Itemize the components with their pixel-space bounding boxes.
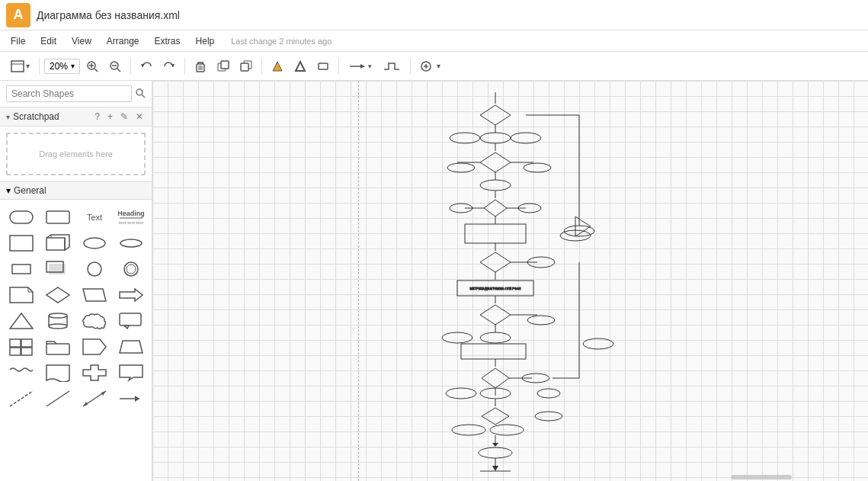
svg-point-110 xyxy=(480,332,511,343)
svg-marker-73 xyxy=(101,391,106,396)
scratchpad-drop-area[interactable]: Drag elements here xyxy=(6,133,146,175)
insert-button[interactable]: ▾ xyxy=(415,57,445,75)
svg-rect-63 xyxy=(21,348,32,355)
shape-note[interactable] xyxy=(6,284,37,306)
shape-cross[interactable] xyxy=(79,361,110,384)
scratchpad-help-button[interactable]: ? xyxy=(92,111,102,123)
svg-marker-91 xyxy=(484,200,507,216)
redo-icon xyxy=(163,60,175,72)
shape-style-button[interactable] xyxy=(312,57,334,75)
arrow-style-icon xyxy=(348,60,367,72)
svg-point-128 xyxy=(479,447,512,458)
shape-rounded-rect[interactable] xyxy=(6,206,37,229)
svg-line-31 xyxy=(142,95,145,98)
svg-rect-62 xyxy=(10,348,21,355)
shape-wide-ellipse[interactable] xyxy=(79,232,110,255)
search-input[interactable] xyxy=(6,85,132,102)
svg-rect-0 xyxy=(11,61,24,72)
menu-arrange[interactable]: Arrange xyxy=(99,33,147,50)
fill-color-button[interactable] xyxy=(267,57,288,75)
shape-line-bidirectional[interactable] xyxy=(79,387,110,410)
svg-point-124 xyxy=(490,425,524,435)
svg-rect-64 xyxy=(46,344,69,354)
shape-line-arrow[interactable] xyxy=(116,387,146,410)
shape-trapezoid[interactable] xyxy=(116,335,146,358)
copy-front-button[interactable] xyxy=(213,57,234,75)
undo-button[interactable] xyxy=(136,57,157,75)
svg-marker-122 xyxy=(482,408,509,425)
shape-wave[interactable] xyxy=(6,361,37,384)
shape-diamond[interactable] xyxy=(43,284,73,306)
stroke-color-button[interactable] xyxy=(290,57,311,75)
separator-2 xyxy=(130,58,131,75)
shape-matrix[interactable] xyxy=(6,335,37,358)
chevron-down-icon: ▾ xyxy=(26,62,30,70)
svg-marker-66 xyxy=(120,341,143,353)
shape-callout2[interactable] xyxy=(116,361,146,384)
redo-button[interactable] xyxy=(159,57,180,75)
scratchpad-label: Scratchpad xyxy=(13,111,89,122)
delete-button[interactable] xyxy=(190,57,211,75)
shape-folder[interactable] xyxy=(43,335,73,358)
svg-marker-26 xyxy=(360,64,365,69)
waypoint-style-button[interactable] xyxy=(378,57,405,75)
fill-color-icon xyxy=(271,60,283,72)
svg-marker-77 xyxy=(480,105,511,125)
svg-point-87 xyxy=(447,163,475,172)
zoom-in-button[interactable] xyxy=(82,57,103,75)
canvas[interactable]: МЕТРИКА/ДИАГРАММА ОПЕ РФАН xyxy=(152,81,868,481)
shape-bordered-rect[interactable] xyxy=(6,232,37,255)
general-collapse-icon[interactable]: ▾ xyxy=(6,185,11,196)
scratchpad-edit-button[interactable]: ✎ xyxy=(118,111,130,123)
svg-point-120 xyxy=(537,389,560,398)
shapes-grid: Text Heading text text text xyxy=(0,200,152,416)
insert-chevron-icon: ▾ xyxy=(437,62,440,70)
menu-bar: File Edit View Arrange Extras Help Last … xyxy=(0,30,868,52)
menu-edit[interactable]: Edit xyxy=(33,33,64,50)
svg-marker-53 xyxy=(10,313,33,329)
shape-heading[interactable]: Heading text text text xyxy=(116,206,146,229)
menu-view[interactable]: View xyxy=(64,33,99,50)
menu-file[interactable]: File xyxy=(3,33,33,50)
shape-cylinder[interactable] xyxy=(43,309,73,332)
main-area: ▾ Scratchpad ? + ✎ ✕ Drag elements here … xyxy=(0,81,868,481)
scratchpad-collapse-icon[interactable]: ▾ xyxy=(6,113,10,121)
page-view-button[interactable]: ▾ xyxy=(6,57,34,75)
scratchpad-close-button[interactable]: ✕ xyxy=(133,111,146,123)
svg-point-89 xyxy=(524,163,551,172)
shape-line-dashed[interactable] xyxy=(6,387,37,410)
shape-triangle[interactable] xyxy=(6,309,37,332)
shape-arrow-outline[interactable] xyxy=(116,284,146,306)
svg-rect-97 xyxy=(465,224,526,243)
shape-callout[interactable] xyxy=(116,309,146,332)
shape-parallelogram[interactable] xyxy=(79,284,110,306)
shapes-section: ▾ General Text Hea xyxy=(0,181,152,481)
copy-back-button[interactable] xyxy=(235,57,257,75)
svg-rect-61 xyxy=(21,339,32,347)
shape-filled-circle[interactable] xyxy=(79,258,110,281)
shape-small-rect[interactable] xyxy=(6,258,37,281)
arrow-style-button[interactable]: ▾ xyxy=(344,57,376,75)
zoom-level-label: 20% xyxy=(50,61,68,72)
zoom-out-button[interactable] xyxy=(104,57,126,75)
shape-line-45[interactable] xyxy=(43,387,73,410)
zoom-control[interactable]: 20% ▾ xyxy=(44,59,80,74)
shape-3d-rect[interactable] xyxy=(43,232,73,255)
menu-help[interactable]: Help xyxy=(188,33,223,50)
search-icon[interactable] xyxy=(135,88,146,101)
toolbar: ▾ 20% ▾ xyxy=(0,52,868,81)
shape-outline-circle[interactable] xyxy=(116,258,146,281)
scrollbar-hint[interactable] xyxy=(731,475,792,479)
shape-shadow-rect[interactable] xyxy=(43,258,73,281)
svg-point-54 xyxy=(49,313,67,318)
scratchpad-add-button[interactable]: + xyxy=(105,111,115,123)
shape-pentagon-arrow[interactable] xyxy=(79,335,110,358)
menu-extras[interactable]: Extras xyxy=(147,33,188,50)
shape-document[interactable] xyxy=(43,361,73,384)
svg-marker-75 xyxy=(135,396,139,402)
shape-text[interactable]: Text xyxy=(79,206,110,229)
shape-narrow-ellipse[interactable] xyxy=(116,232,146,255)
shape-cloud[interactable] xyxy=(79,309,110,332)
svg-point-88 xyxy=(480,180,511,191)
shape-rect[interactable] xyxy=(43,206,73,229)
